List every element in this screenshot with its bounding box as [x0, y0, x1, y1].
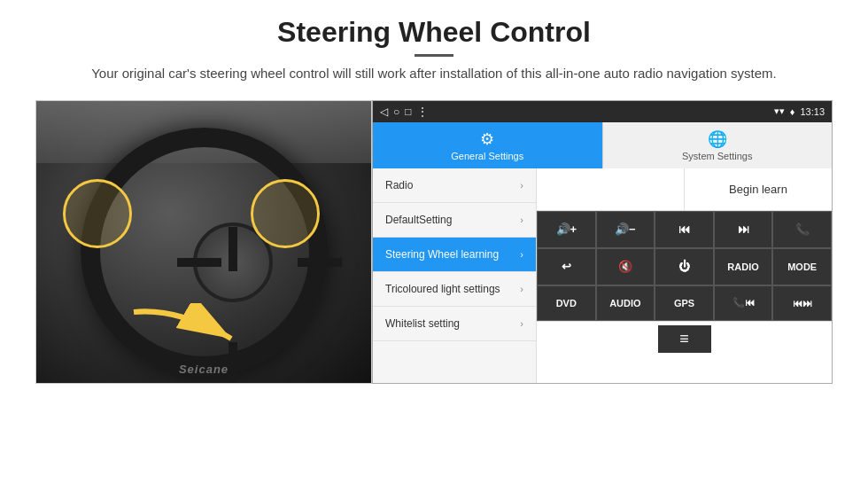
- highlight-circle-right: [251, 179, 320, 248]
- content-row: Seicane ◁ ○ □ ⋮ ▾▾ ♦ 13:13: [35, 100, 833, 402]
- dvd-label: DVD: [556, 298, 577, 308]
- chevron-icon-whitelist: ›: [520, 318, 523, 329]
- prev-next-icon: ⏮⏭: [793, 298, 812, 308]
- title-divider: [415, 54, 453, 57]
- mode-button[interactable]: MODE: [772, 248, 832, 285]
- menu-default-label: DefaultSetting: [385, 214, 452, 226]
- menu-steering-label: Steering Wheel learning: [385, 248, 499, 261]
- chevron-icon-default: ›: [520, 215, 523, 225]
- back-call-button[interactable]: ↩: [537, 248, 596, 285]
- signal-icon: ▾▾: [774, 105, 785, 117]
- menu-whitelist-label: Whitelist setting: [385, 317, 460, 330]
- chevron-icon-radio: ›: [520, 180, 523, 191]
- prev-next-button[interactable]: ⏮⏭: [772, 285, 832, 321]
- spoke-left: [177, 258, 221, 267]
- prev-track-icon: ⏮: [678, 222, 690, 236]
- tab-system-settings[interactable]: 🌐 System Settings: [602, 122, 833, 168]
- button-grid-row1: 🔊+ 🔊− ⏮ ⏭ 📞: [537, 211, 832, 248]
- list-icon-button[interactable]: ≡: [658, 325, 711, 353]
- steering-wheel-image: Seicane: [35, 100, 372, 384]
- chevron-icon-steering: ›: [520, 249, 523, 260]
- tab-bar: ⚙ General Settings 🌐 System Settings: [373, 122, 832, 168]
- button-grid-row2: ↩ 🔇 ⏻ RADIO MODE: [537, 248, 832, 285]
- status-bar-left: ◁ ○ □ ⋮: [380, 105, 428, 118]
- tab-general-settings[interactable]: ⚙ General Settings: [373, 122, 602, 168]
- vol-down-button[interactable]: 🔊−: [596, 211, 655, 248]
- status-bar: ◁ ○ □ ⋮ ▾▾ ♦ 13:13: [373, 101, 832, 122]
- page-subtitle: Your original car's steering wheel contr…: [91, 64, 777, 84]
- mute-icon: 🔇: [618, 260, 632, 273]
- home-icon: ○: [393, 105, 399, 118]
- vol-down-icon: 🔊−: [615, 222, 636, 236]
- radio-begin-row: Begin learn: [537, 168, 832, 211]
- radio-text: RADIO: [727, 262, 758, 272]
- back-icon: ◁: [380, 105, 388, 118]
- recents-icon: □: [405, 105, 411, 118]
- audio-label: AUDIO: [609, 298, 640, 308]
- next-track-icon: ⏭: [738, 222, 749, 236]
- arrow-pointer: [125, 303, 267, 356]
- menu-item-tricoloured[interactable]: Tricoloured light settings ›: [373, 272, 536, 307]
- main-area: Radio › DefaultSetting › Steering Wheel …: [373, 168, 832, 383]
- menu-item-default-setting[interactable]: DefaultSetting ›: [373, 203, 536, 238]
- menu-item-steering-wheel[interactable]: Steering Wheel learning ›: [373, 238, 536, 272]
- system-icon: 🌐: [708, 129, 727, 149]
- highlight-circle-left: [63, 179, 132, 248]
- gps-label: GPS: [674, 298, 694, 308]
- wifi-icon: ♦: [790, 106, 795, 117]
- gear-settings-icon: ⚙: [480, 129, 494, 149]
- menu-tricoloured-label: Tricoloured light settings: [385, 283, 500, 295]
- vol-up-icon: 🔊+: [556, 222, 577, 236]
- spoke-right: [298, 258, 342, 267]
- mute-button[interactable]: 🔇: [596, 248, 655, 285]
- gps-button[interactable]: GPS: [655, 285, 714, 321]
- page-title: Steering Wheel Control: [91, 16, 777, 49]
- radio-mode-button[interactable]: RADIO: [714, 248, 773, 285]
- clock: 13:13: [800, 106, 825, 117]
- power-icon: ⏻: [678, 260, 690, 273]
- prev-track-button[interactable]: ⏮: [655, 211, 714, 248]
- power-button[interactable]: ⏻: [655, 248, 714, 285]
- tab-general-label: General Settings: [451, 151, 523, 161]
- begin-learn-button[interactable]: Begin learn: [685, 168, 832, 210]
- android-panel: ◁ ○ □ ⋮ ▾▾ ♦ 13:13 ⚙ General Settings: [372, 100, 833, 384]
- audio-button[interactable]: AUDIO: [596, 285, 655, 321]
- watermark: Seicane: [179, 363, 229, 376]
- menu-item-radio[interactable]: Radio ›: [373, 168, 536, 203]
- right-panel: Begin learn 🔊+ 🔊− ⏮: [537, 168, 832, 383]
- list-icon: ≡: [679, 330, 689, 348]
- last-row: ≡: [537, 321, 832, 356]
- menu-item-whitelist[interactable]: Whitelist setting ›: [373, 307, 536, 341]
- spoke-top: [229, 227, 237, 271]
- status-bar-right: ▾▾ ♦ 13:13: [774, 105, 825, 117]
- text-button-row: DVD AUDIO GPS 📞⏮ ⏮⏭: [537, 285, 832, 321]
- left-menu: Radio › DefaultSetting › Steering Wheel …: [373, 168, 537, 383]
- title-section: Steering Wheel Control Your original car…: [91, 16, 777, 95]
- back-call-icon: ↩: [562, 260, 571, 273]
- phone-icon: 📞: [795, 222, 810, 236]
- phone-button[interactable]: 📞: [772, 211, 832, 248]
- menu-dots-icon: ⋮: [417, 105, 428, 118]
- phone-prev-icon: 📞⏮: [732, 297, 755, 308]
- vol-up-button[interactable]: 🔊+: [537, 211, 596, 248]
- mode-text: MODE: [787, 262, 817, 272]
- next-track-button[interactable]: ⏭: [714, 211, 773, 248]
- tab-system-label: System Settings: [682, 151, 752, 161]
- dvd-button[interactable]: DVD: [537, 285, 596, 321]
- radio-label-area: [537, 168, 685, 210]
- phone-prev-button[interactable]: 📞⏮: [714, 285, 773, 321]
- menu-radio-label: Radio: [385, 179, 413, 191]
- chevron-icon-tricoloured: ›: [520, 284, 523, 294]
